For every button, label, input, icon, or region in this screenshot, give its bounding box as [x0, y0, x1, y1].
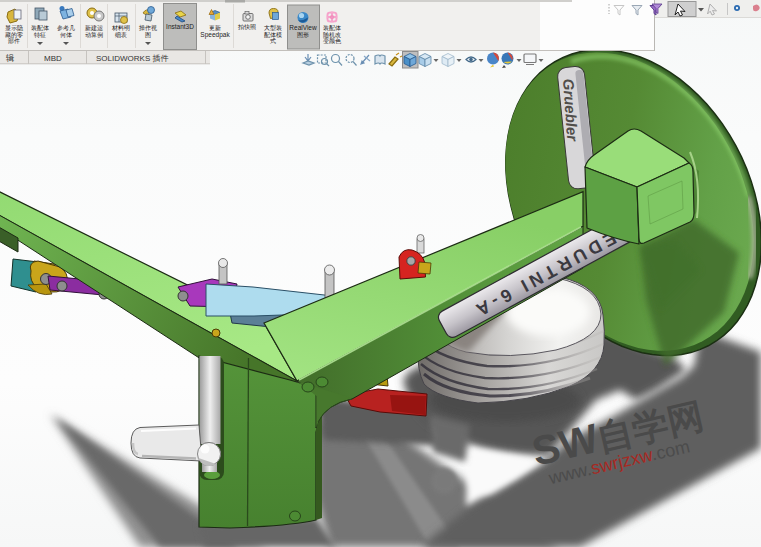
- svg-text:部件: 部件: [7, 37, 20, 45]
- svg-text:Instant3D: Instant3D: [166, 23, 194, 30]
- svg-text:细表: 细表: [115, 31, 127, 39]
- svg-text:图: 图: [145, 32, 151, 39]
- svg-text:Speedpak: Speedpak: [200, 31, 230, 39]
- svg-text:辑: 辑: [5, 53, 15, 63]
- svg-text:拍快照: 拍快照: [237, 24, 256, 30]
- svg-text:MBD: MBD: [44, 54, 62, 63]
- svg-text:式: 式: [270, 38, 276, 44]
- svg-text:更新: 更新: [209, 24, 221, 31]
- svg-text:特征: 特征: [34, 32, 46, 39]
- svg-text:变颜色: 变颜色: [323, 37, 342, 45]
- svg-text:RealView: RealView: [289, 24, 317, 31]
- svg-text:SOLIDWORKS 插件: SOLIDWORKS 插件: [96, 54, 168, 63]
- svg-text:动算例: 动算例: [85, 32, 103, 39]
- svg-text:何体: 何体: [60, 32, 72, 38]
- svg-text:图形: 图形: [297, 32, 309, 39]
